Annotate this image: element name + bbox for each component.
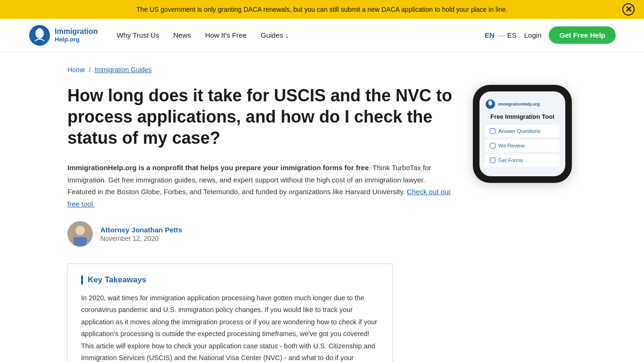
navbar: Immigration Help.org Why Trust Us News H… [0,19,644,52]
phone-item-label-2[interactable]: We Review [498,143,524,148]
svg-rect-6 [74,237,87,247]
article-title: How long does it take for USCIS and the … [67,85,454,148]
close-icon[interactable]: ✕ [622,3,635,16]
phone-mockup: ImmigrationHelp.org Free Immigration Too… [473,85,572,183]
author-date: November 12, 2020 [100,235,182,242]
nav-guides[interactable]: Guides ↓ [261,31,289,39]
login-link[interactable]: Login [524,31,542,39]
author-info: Attorney Jonathan Petts November 12, 202… [100,226,182,242]
key-takeaways-body: In 2020, wait times for immigration appl… [81,292,379,362]
author-avatar-image [67,221,93,247]
breadcrumb: Home / Immigration Guides [67,66,454,74]
breadcrumb-home[interactable]: Home [67,66,85,74]
phone-logo-row: ImmigrationHelp.org [485,99,560,109]
intro-bold: ImmigrationHelp.org is a nonprofit that … [67,164,369,172]
logo-text: Immigration Help.org [55,27,98,43]
avatar [67,221,93,247]
nav-right: EN — ES Login Get Free Help [485,26,616,44]
svg-point-9 [489,101,492,103]
logo-icon [28,24,51,47]
svg-point-2 [37,28,42,33]
nav-links: Why Trust Us News How It's Free Guides ↓ [117,31,485,39]
breadcrumb-current[interactable]: Immigration Guides [94,66,151,74]
article-area: Home / Immigration Guides How long does … [67,66,454,362]
phone-item-3: Get Forms [485,154,560,166]
key-takeaways-title: Key Takeaways [81,275,379,285]
author-name[interactable]: Attorney Jonathan Petts [100,226,182,234]
article-intro: ImmigrationHelp.org is a nonprofit that … [67,162,454,210]
get-free-help-button[interactable]: Get Free Help [549,26,616,44]
nav-why-trust-us[interactable]: Why Trust Us [117,31,159,39]
phone-item-2: We Review [485,140,560,152]
key-takeaways-box: Key Takeaways In 2020, wait times for im… [67,263,393,362]
lang-es[interactable]: ES [507,31,517,39]
nav-how-its-free[interactable]: How It's Free [205,31,247,39]
breadcrumb-separator: / [89,66,91,74]
checkbox-icon [490,143,495,148]
lang-separator: — [497,31,504,39]
author-section: Attorney Jonathan Petts November 12, 202… [67,221,454,247]
nav-news[interactable]: News [173,31,191,39]
phone-item-1: Answer Questions [485,125,560,137]
lang-en[interactable]: EN [485,31,495,39]
checkbox-icon [490,128,495,134]
phone-item-label-1[interactable]: Answer Questions [498,128,540,134]
checkbox-icon [490,157,495,163]
phone-screen: ImmigrationHelp.org Free Immigration Too… [479,91,565,176]
phone-tool-title: Free Immigration Tool [485,113,560,120]
phone-logo-icon [485,99,495,109]
sidebar: ImmigrationHelp.org Free Immigration Too… [473,66,577,362]
svg-point-4 [75,226,85,235]
phone-item-label-3[interactable]: Get Forms [498,157,523,163]
main-content: Home / Immigration Guides How long does … [39,52,605,362]
announcement-banner: The US government is only granting DACA … [0,0,644,19]
language-switcher: EN — ES [485,31,517,39]
banner-text: The US government is only granting DACA … [136,6,508,13]
logo[interactable]: Immigration Help.org [28,24,98,47]
phone-logo-text: ImmigrationHelp.org [498,102,540,107]
